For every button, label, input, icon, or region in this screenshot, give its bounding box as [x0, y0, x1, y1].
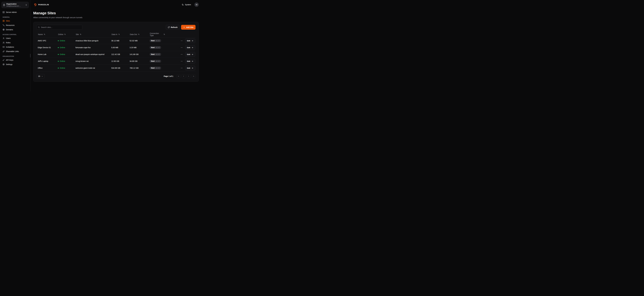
sidebar: Organization milo@fossorial.io's ... Ser… — [0, 0, 30, 92]
pagination-controls — [176, 74, 196, 78]
client-name: Newt — [151, 67, 155, 69]
sites-card: Refresh Add Site Name Online — [33, 22, 199, 82]
topbar: PANGOLIN System M — [33, 0, 199, 9]
online-label: Online — [60, 53, 65, 56]
search-input[interactable] — [36, 25, 82, 30]
sort-icon — [64, 34, 66, 35]
sidebar-item-server-admin[interactable]: Server Admin — [2, 10, 29, 14]
table-footer: 20 Page 1 of 1 — [36, 74, 196, 78]
last-page-button[interactable] — [192, 74, 196, 78]
sidebar-scrollbar-thumb[interactable] — [30, 54, 30, 58]
refresh-icon — [168, 26, 170, 28]
sidebar-item-resources[interactable]: Resources — [2, 23, 29, 27]
sidebar-item-api-keys[interactable]: API Keys — [2, 58, 29, 62]
column-label: Data Out — [130, 33, 137, 36]
client-version: v1.3.2 — [156, 60, 160, 62]
site-name: Jeff's Laptop — [36, 60, 56, 62]
page-size-select[interactable]: 20 — [36, 74, 45, 78]
edit-button[interactable]: Edit — [185, 38, 196, 43]
row-actions: Edit — [165, 59, 196, 64]
link-icon — [2, 50, 5, 52]
add-site-button[interactable]: Add Site — [181, 25, 196, 30]
brand[interactable]: PANGOLIN — [33, 3, 49, 6]
sidebar-item-label: API Keys — [6, 59, 14, 61]
moon-icon — [182, 4, 184, 6]
client-version: v1.3.2 — [156, 47, 160, 48]
arrow-right-icon — [192, 47, 193, 48]
waypoints-icon — [2, 24, 5, 26]
sidebar-item-invitations[interactable]: Invitations — [2, 45, 29, 49]
ellipsis-icon — [180, 60, 183, 62]
data-in-value: 534.98 GB — [110, 67, 128, 69]
globe-icon — [2, 28, 5, 31]
refresh-button[interactable]: Refresh — [166, 25, 180, 30]
previous-page-button[interactable] — [182, 74, 186, 78]
column-label: Name — [38, 33, 43, 36]
row-menu-button[interactable] — [180, 46, 183, 49]
table-row: AWS VPC Online vivacious-little-blue-pen… — [36, 37, 196, 44]
sidebar-item-domains[interactable]: Domains — [2, 28, 29, 32]
search-icon — [38, 26, 40, 28]
sidebar-item-sites[interactable]: Sites — [2, 19, 29, 23]
edit-button[interactable]: Edit — [185, 52, 196, 57]
chevron-right-icon — [188, 75, 190, 77]
data-in-value: 112.42 GB — [110, 53, 128, 56]
avatar[interactable]: M — [194, 2, 199, 7]
online-status: Online — [56, 53, 74, 56]
site-name: Edge Device 01 — [36, 46, 56, 48]
sidebar-item-settings[interactable]: Settings — [2, 62, 29, 66]
site-slug: welcome-giant-mole-rat — [74, 67, 110, 69]
column-header-site[interactable]: Site — [74, 33, 110, 36]
edit-button[interactable]: Edit — [185, 66, 196, 70]
org-selector[interactable]: Organization milo@fossorial.io's ... — [2, 2, 29, 8]
sidebar-section-general: GENERAL — [2, 16, 28, 18]
page-subtitle: Allow connectivity to your network throu… — [33, 16, 199, 18]
column-header-data-out[interactable]: Data Out — [128, 33, 148, 36]
sidebar-item-users[interactable]: Users — [2, 36, 29, 40]
client-version: v1.3.2 — [156, 54, 160, 55]
next-page-button[interactable] — [187, 74, 190, 78]
sidebar-item-label: Sites — [6, 20, 10, 22]
column-label: Site — [76, 33, 79, 36]
first-page-button[interactable] — [176, 74, 180, 78]
column-header-name[interactable]: Name — [36, 33, 56, 36]
connection-type-cell: Newt v1.3.2 — [148, 39, 165, 42]
column-label: Connection Type — [150, 32, 162, 36]
connection-type-cell: Newt v1.3.2 — [148, 53, 165, 56]
table-row: Jeff's Laptop Online smug-brown-rat 12.6… — [36, 58, 196, 65]
table-header: Name Online Site Data In — [36, 32, 196, 37]
column-header-data-in[interactable]: Data In — [110, 33, 128, 36]
site-slug: dead-san-joaquin-antelope-squirrel — [74, 53, 110, 56]
edit-button[interactable]: Edit — [185, 45, 196, 50]
sidebar-item-label: Settings — [6, 63, 12, 66]
theme-toggle-button[interactable]: System — [182, 4, 191, 6]
sites-table: Name Online Site Data In — [36, 32, 196, 72]
table-row: Home Lab Online dead-san-joaquin-antelop… — [36, 51, 196, 58]
refresh-label: Refresh — [171, 26, 178, 28]
client-name: Newt — [151, 54, 155, 55]
table-row: Office Online welcome-giant-mole-rat 534… — [36, 65, 196, 72]
row-menu-button[interactable] — [180, 40, 183, 42]
sidebar-section-organization: ORGANIZATION — [2, 56, 28, 57]
chevrons-left-icon — [178, 75, 180, 77]
sidebar-item-label: Users — [6, 37, 11, 39]
column-label: Data In — [112, 33, 117, 36]
sidebar-section-access-control: ACCESS CONTROL — [2, 34, 28, 35]
data-in-value: 12.65 GB — [110, 60, 128, 62]
sites-toolbar: Refresh Add Site — [36, 25, 196, 30]
online-label: Online — [60, 40, 65, 42]
column-header-online[interactable]: Online — [56, 33, 74, 36]
column-header-connection-type[interactable]: Connection Type — [148, 32, 165, 36]
org-title: Organization — [6, 3, 24, 5]
mail-icon — [2, 46, 5, 48]
row-menu-button[interactable] — [180, 53, 183, 56]
row-menu-button[interactable] — [180, 67, 183, 69]
data-out-value: 3.20 MB — [128, 46, 148, 48]
theme-label: System — [185, 4, 191, 6]
row-menu-button[interactable] — [180, 60, 183, 62]
sidebar-item-roles[interactable]: Roles — [2, 40, 29, 45]
online-status: Online — [56, 40, 74, 42]
data-out-value: 780.12 GB — [128, 67, 148, 69]
sidebar-item-shareable-links[interactable]: Shareable Links — [2, 49, 29, 54]
edit-button[interactable]: Edit — [185, 59, 196, 64]
